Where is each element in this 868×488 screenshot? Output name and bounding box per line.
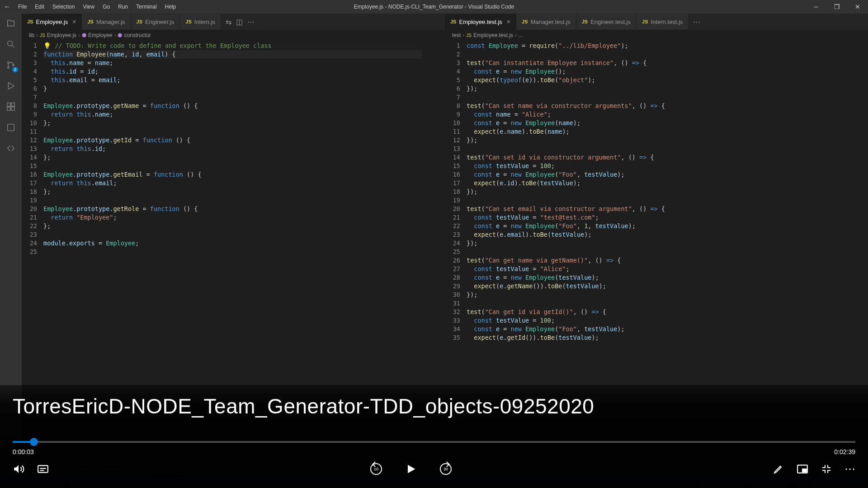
remote-icon[interactable] xyxy=(5,142,17,155)
close-icon[interactable]: × xyxy=(72,18,76,25)
svg-rect-11 xyxy=(802,469,807,472)
menu-help[interactable]: Help xyxy=(161,2,180,12)
menu-view[interactable]: View xyxy=(79,2,98,12)
compare-icon[interactable]: ⇆ xyxy=(226,18,231,26)
search-icon[interactable] xyxy=(5,38,17,51)
js-file-icon: JS xyxy=(522,19,528,24)
more-actions-icon[interactable]: ⋯ xyxy=(247,18,255,26)
back-button[interactable]: ← xyxy=(4,3,11,11)
js-file-icon: JS xyxy=(185,19,191,24)
menu-terminal[interactable]: Terminal xyxy=(132,2,160,12)
svg-rect-4 xyxy=(7,103,10,106)
split-editor-icon[interactable]: ◫ xyxy=(236,18,243,26)
maximize-button[interactable]: ❐ xyxy=(826,0,847,14)
menu-bar: File Edit Selection View Go Run Terminal… xyxy=(14,2,179,12)
js-file-icon: JS xyxy=(450,19,456,24)
svg-point-0 xyxy=(8,41,13,46)
menu-go[interactable]: Go xyxy=(99,2,113,12)
tab-group-left: JSEmployee.js× JSManager.js JSEngineer.j… xyxy=(22,14,445,30)
exit-fullscreen-icon[interactable] xyxy=(821,464,832,474)
window-title: Employee.js - NODE.js-CLI_Team_Generator… xyxy=(354,4,514,10)
close-window-button[interactable]: ✕ xyxy=(847,0,868,14)
tab-manager-js[interactable]: JSManager.js xyxy=(82,14,131,30)
skip-back-button[interactable]: 10 xyxy=(370,463,382,475)
js-file-icon: JS xyxy=(642,19,648,24)
tab-engineer-test-js[interactable]: JSEngineer.test.js xyxy=(576,14,637,30)
tab-employee-js[interactable]: JSEmployee.js× xyxy=(22,14,82,30)
breadcrumb-right[interactable]: test› JSEmployee.test.js› ... xyxy=(445,30,868,41)
edit-icon[interactable] xyxy=(773,464,784,474)
svg-rect-7 xyxy=(11,107,14,110)
time-current: 0:00:03 xyxy=(13,448,34,455)
miniplayer-icon[interactable] xyxy=(797,463,808,475)
seek-thumb[interactable] xyxy=(30,438,38,446)
svg-rect-6 xyxy=(7,107,10,110)
time-duration: 0:02:39 xyxy=(834,448,855,455)
library-icon[interactable] xyxy=(5,121,17,134)
svg-rect-5 xyxy=(11,103,14,106)
volume-icon[interactable] xyxy=(13,463,24,475)
titlebar: ← File Edit Selection View Go Run Termin… xyxy=(0,0,868,14)
skip-forward-button[interactable]: 30 xyxy=(440,463,452,475)
js-file-icon: JS xyxy=(27,19,33,24)
svg-point-1 xyxy=(8,62,9,64)
extensions-icon[interactable] xyxy=(5,100,17,113)
menu-edit[interactable]: Edit xyxy=(31,2,48,12)
menu-run[interactable]: Run xyxy=(114,2,132,12)
source-control-icon[interactable]: 2 xyxy=(5,59,17,71)
video-title: TorresEricD-NODE_Team_Generator-TDD_obje… xyxy=(13,394,855,418)
svg-point-2 xyxy=(8,67,9,69)
tab-intern-js[interactable]: JSIntern.js xyxy=(180,14,221,30)
minimize-button[interactable]: ─ xyxy=(806,0,826,14)
svg-point-3 xyxy=(13,64,14,66)
tab-intern-test-js[interactable]: JSIntern.test.js xyxy=(637,14,689,30)
menu-selection[interactable]: Selection xyxy=(49,2,78,12)
run-debug-icon[interactable] xyxy=(5,80,17,92)
js-file-icon: JS xyxy=(582,19,588,24)
tab-manager-test-js[interactable]: JSManager.test.js xyxy=(516,14,576,30)
breadcrumb-left[interactable]: lib› JSEmployee.js› ⬢Employee› ⬢construc… xyxy=(22,30,445,41)
menu-file[interactable]: File xyxy=(14,2,30,12)
js-file-icon: JS xyxy=(87,19,93,24)
more-options-icon[interactable]: ⋯ xyxy=(844,463,855,475)
seek-bar[interactable] xyxy=(13,441,855,443)
js-file-icon: JS xyxy=(137,19,142,24)
tab-engineer-js[interactable]: JSEngineer.js xyxy=(131,14,180,30)
play-button[interactable] xyxy=(405,463,417,475)
tab-group-right: JSEmployee.test.js× JSManager.test.js JS… xyxy=(445,14,868,30)
explorer-icon[interactable] xyxy=(5,17,17,30)
svg-rect-8 xyxy=(8,124,14,131)
captions-icon[interactable] xyxy=(37,463,49,475)
video-overlay: TorresEricD-NODE_Team_Generator-TDD_obje… xyxy=(0,385,868,488)
tab-employee-test-js[interactable]: JSEmployee.test.js× xyxy=(445,14,516,30)
close-icon[interactable]: × xyxy=(507,18,510,25)
more-actions-icon[interactable]: ⋯ xyxy=(693,18,700,26)
